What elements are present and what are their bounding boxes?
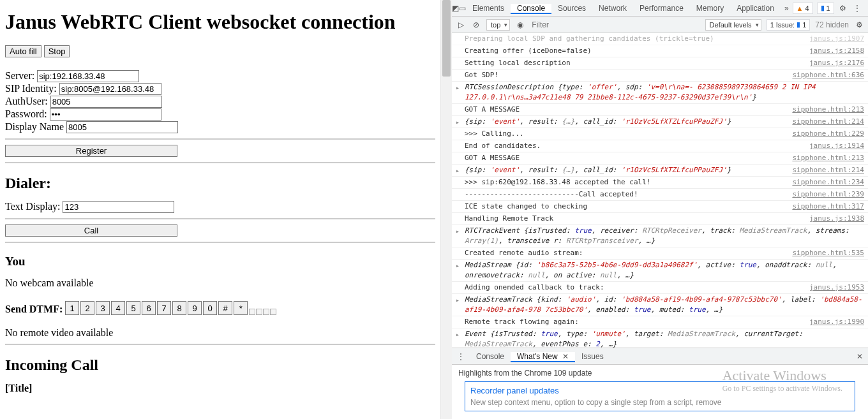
autofill-button[interactable]: Auto fill: [5, 45, 41, 57]
console-log[interactable]: ---------------------------Call accepted…: [452, 189, 868, 201]
console-log[interactable]: Setting local descriptionjanus.js:2176: [452, 57, 868, 70]
context-select[interactable]: top: [486, 19, 510, 31]
console-log[interactable]: ▸RTCTrackEvent {isTrusted: true, receive…: [452, 225, 868, 247]
console-log[interactable]: Remote track flowing again:janus.js:1990: [452, 316, 868, 328]
tab-console[interactable]: Console: [511, 4, 551, 14]
console-log[interactable]: GOT A MESSAGEsipphone.html:213: [452, 152, 868, 165]
no-remote-text: No remote video available: [5, 327, 435, 339]
dtmf-extra[interactable]: [263, 309, 269, 315]
dtmf-6[interactable]: 6: [142, 301, 156, 315]
warnings-badge[interactable]: ▲4: [793, 3, 813, 14]
title-placeholder: [Title]: [5, 383, 32, 393]
textdisplay-input[interactable]: [63, 201, 174, 213]
tab-performance[interactable]: Performance: [633, 4, 690, 13]
drawer-tab-what-s-new[interactable]: What's New ✕: [511, 352, 575, 362]
kebab-icon[interactable]: ⋮: [852, 3, 862, 13]
register-button[interactable]: Register: [5, 145, 177, 157]
console-log-list[interactable]: Preparing local SDP and gathering candid…: [452, 33, 868, 348]
textdisplay-label: Text Display:: [5, 201, 60, 212]
clear-console-icon[interactable]: ⊘: [471, 20, 481, 30]
tab-network[interactable]: Network: [592, 4, 633, 13]
drawer-tab-console[interactable]: Console: [470, 352, 511, 361]
server-input[interactable]: [37, 70, 139, 82]
panel-text: New step context menu, option to copy a …: [470, 398, 849, 407]
server-label: Server:: [5, 70, 34, 81]
dtmf-9[interactable]: 9: [188, 301, 202, 315]
console-log[interactable]: ▸{sip: 'event', result: {…}, call_id: 'r…: [452, 116, 868, 128]
console-log[interactable]: ▸MediaStreamTrack {kind: 'audio', id: 'b…: [452, 294, 868, 316]
info-badge[interactable]: ▮1: [817, 3, 834, 14]
tab-memory[interactable]: Memory: [690, 4, 730, 13]
console-log[interactable]: Created remote audio stream:sipphone.htm…: [452, 247, 868, 260]
play-icon[interactable]: ▷: [456, 20, 466, 30]
console-log[interactable]: ▸Event {isTrusted: true, type: 'unmute',…: [452, 328, 868, 348]
dtmf-7[interactable]: 7: [157, 301, 171, 315]
dtmf-3[interactable]: 3: [96, 301, 110, 315]
drawer-tab-issues[interactable]: Issues: [575, 352, 610, 361]
tabs-more-icon[interactable]: »: [781, 0, 793, 17]
console-log[interactable]: GOT A MESSAGEsipphone.html:213: [452, 104, 868, 116]
password-input[interactable]: [50, 108, 161, 121]
display-label: Display Name: [5, 121, 64, 132]
console-log[interactable]: Preparing local SDP and gathering candid…: [452, 33, 868, 45]
console-log[interactable]: >>> Calling...sipphone.html:229: [452, 128, 868, 140]
dtmf-#[interactable]: #: [218, 301, 232, 315]
you-heading: You: [5, 254, 435, 268]
send-dtmf-label: Send DTMF:: [5, 304, 63, 315]
page-scrollbar[interactable]: [440, 0, 452, 419]
drawer-close-icon[interactable]: ✕: [851, 352, 868, 361]
settings-icon[interactable]: ⚙: [838, 3, 848, 13]
call-button[interactable]: Call: [5, 224, 177, 237]
console-log[interactable]: Adding onended callback to track:janus.j…: [452, 282, 868, 294]
console-log[interactable]: ▸RTCSessionDescription {type: 'offer', s…: [452, 82, 868, 104]
incoming-heading: Incoming Call: [5, 357, 435, 374]
dtmf-0[interactable]: 0: [203, 301, 217, 315]
tab-elements[interactable]: Elements: [466, 4, 511, 13]
display-input[interactable]: [66, 121, 178, 133]
levels-select[interactable]: Default levels: [705, 19, 761, 31]
page-title: Janus WebRTC Client websocket connection: [5, 10, 435, 34]
dtmf-8[interactable]: 8: [172, 301, 186, 315]
hidden-count: 72 hidden: [815, 20, 849, 29]
eye-icon[interactable]: ◉: [515, 20, 525, 30]
devtools-panel: ◩ ▭ ElementsConsoleSourcesNetworkPerform…: [452, 0, 868, 419]
console-log[interactable]: ▸MediaStream {id: 'b86c3a75-52b5-4b6e-9d…: [452, 260, 868, 282]
inspect-icon[interactable]: ◩: [452, 3, 459, 13]
console-log[interactable]: Creating offer (iceDone=false)janus.js:2…: [452, 45, 868, 57]
console-log[interactable]: >>> sip:620@192.168.33.48 accepted the c…: [452, 177, 868, 189]
dtmf-2[interactable]: 2: [80, 301, 94, 315]
dtmf-5[interactable]: 5: [126, 301, 140, 315]
device-icon[interactable]: ▭: [459, 3, 466, 13]
console-log[interactable]: ICE state changed to checkingsipphone.ht…: [452, 201, 868, 213]
console-log[interactable]: Handling Remote Trackjanus.js:1938: [452, 213, 868, 225]
dialer-heading: Dialer:: [5, 175, 435, 192]
authuser-label: AuthUser:: [5, 96, 48, 107]
dtmf-extra[interactable]: [256, 309, 262, 315]
dtmf-extra[interactable]: [270, 309, 276, 315]
sipid-label: SIP Identity:: [5, 83, 57, 94]
settings-gear-icon[interactable]: ⚙: [854, 20, 864, 30]
devtools-tabs: ◩ ▭ ElementsConsoleSourcesNetworkPerform…: [452, 0, 868, 17]
password-label: Password:: [5, 108, 47, 119]
no-webcam-text: No webcam available: [5, 277, 435, 289]
authuser-input[interactable]: [50, 96, 162, 108]
page-content: Janus WebRTC Client websocket connection…: [0, 0, 440, 419]
windows-watermark: Activate Windows Go to PC settings to ac…: [722, 367, 842, 393]
issues-badge[interactable]: 1 Issue: ▮1: [767, 19, 811, 31]
console-log[interactable]: ▸{sip: 'event', result: {…}, call_id: 'r…: [452, 165, 868, 177]
dtmf-1[interactable]: 1: [65, 301, 79, 315]
tab-sources[interactable]: Sources: [551, 4, 592, 13]
sipid-input[interactable]: [59, 83, 161, 95]
dtmf-*[interactable]: *: [234, 301, 248, 315]
drawer-kebab-icon[interactable]: ⋮: [452, 352, 470, 361]
dtmf-4[interactable]: 4: [111, 301, 125, 315]
dtmf-extra[interactable]: [249, 309, 255, 315]
filter-input[interactable]: [530, 20, 700, 30]
tab-application[interactable]: Application: [730, 4, 781, 13]
console-log[interactable]: End of candidates.janus.js:1914: [452, 140, 868, 152]
stop-button[interactable]: Stop: [44, 45, 70, 57]
console-log[interactable]: Got SDP!sipphone.html:636: [452, 70, 868, 82]
